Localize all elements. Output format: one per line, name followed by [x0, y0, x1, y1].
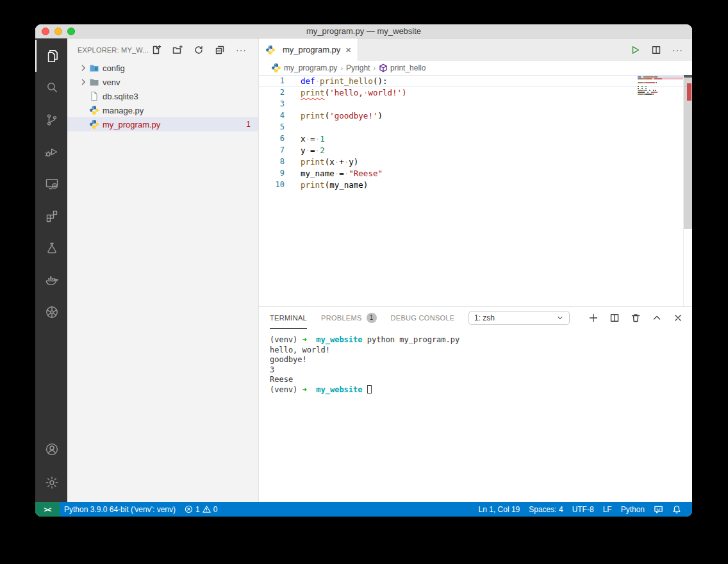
breadcrumb-item-my-program-py[interactable]: my_program.py	[271, 63, 337, 73]
code-text: print('hello,·world!')	[285, 88, 407, 97]
tree-item-label: venv	[103, 78, 251, 87]
activity-item-run-and-debug[interactable]	[35, 136, 67, 168]
editor-scrollbar[interactable]	[683, 75, 692, 306]
titlebar[interactable]: my_program.py — my_website	[35, 24, 692, 38]
editor-area: my_program.py × ··· my_program.py›Pyrigh…	[258, 38, 692, 502]
activity-item-kubernetes[interactable]	[35, 296, 67, 328]
code-text: def·print_hello():	[285, 76, 387, 86]
collapse-all-button[interactable]	[215, 45, 225, 55]
tree-item-manage-py[interactable]: manage.py	[67, 103, 258, 117]
status-cursor-position-label: Ln 1, Col 19	[479, 505, 520, 514]
remote-indicator[interactable]: ><	[35, 502, 60, 517]
status-eol-label: LF	[603, 505, 612, 514]
panel-tabs: TERMINALPROBLEMS1DEBUG CONSOLE	[270, 307, 454, 329]
activity-item-search[interactable]	[35, 72, 67, 104]
activity-item-source-control[interactable]	[35, 104, 67, 136]
activity-item-accounts[interactable]	[35, 433, 67, 466]
terminal-shell-select[interactable]: 1: zsh	[468, 311, 570, 325]
code-text: print(my_name)	[285, 180, 368, 190]
error-icon	[185, 505, 193, 513]
breadcrumb-label: Pyright	[346, 63, 370, 72]
activity-item-settings[interactable]	[35, 466, 67, 499]
tree-item-config[interactable]: config	[67, 61, 258, 75]
activity-bar	[35, 38, 67, 502]
explorer-header: EXPLORER: MY_W... ···	[67, 38, 258, 61]
new-folder-button[interactable]	[172, 45, 183, 55]
tree-item-my-program-py[interactable]: my_program.py1	[67, 117, 258, 131]
python-icon	[89, 119, 99, 129]
refresh-button[interactable]	[194, 45, 204, 55]
remote-explorer-icon	[44, 176, 60, 192]
split-terminal-button[interactable]	[609, 313, 620, 323]
new-file-button[interactable]	[151, 45, 161, 55]
python-icon	[271, 63, 281, 73]
explorer-sidebar: EXPLORER: MY_W... ··· configvenvdb.sqlit…	[67, 38, 258, 502]
line-number: 9	[259, 169, 285, 178]
problems-item[interactable]: 10	[180, 502, 222, 517]
minimap[interactable]	[638, 75, 683, 95]
status-encoding-label: UTF-8	[572, 505, 594, 514]
status-encoding[interactable]: UTF-8	[568, 502, 599, 517]
run-button[interactable]	[630, 45, 640, 55]
terminal-content[interactable]: (venv) ➜ my_website python my_program.py…	[259, 329, 692, 502]
tree-item-db-sqlite3[interactable]: db.sqlite3	[67, 89, 258, 103]
code-line-2: 2print('hello,·world!')	[259, 87, 692, 98]
new-terminal-button[interactable]	[588, 313, 599, 323]
run-and-debug-icon	[44, 144, 60, 160]
line-number: 2	[259, 88, 285, 97]
editor-actions: ···	[630, 38, 692, 61]
minimize-window-button[interactable]	[54, 28, 62, 35]
python-interpreter-item[interactable]: Python 3.9.0 64-bit ('venv': venv)	[60, 502, 180, 517]
tree-item-label: my_program.py	[103, 120, 246, 129]
tree-item-venv[interactable]: venv	[67, 75, 258, 89]
activity-item-testing[interactable]	[35, 232, 67, 264]
breadcrumb-separator: ›	[340, 64, 343, 72]
activity-item-remote-explorer[interactable]	[35, 168, 67, 200]
zoom-window-button[interactable]	[67, 28, 75, 35]
panel-tab-problems[interactable]: PROBLEMS1	[321, 307, 377, 329]
code-line-7: 7y·=·2	[259, 144, 692, 156]
split-editor-button[interactable]	[651, 45, 661, 55]
explorer-actions: ···	[151, 45, 248, 55]
error-count: 1	[195, 505, 200, 514]
line-number: 8	[259, 157, 285, 166]
status-bell-button[interactable]	[668, 502, 686, 517]
close-panel-button[interactable]	[673, 313, 683, 323]
more-button[interactable]: ···	[672, 47, 683, 53]
code-line-4: 4print('goodbye!')	[259, 110, 692, 121]
breadcrumb-item-Pyright[interactable]: Pyright	[346, 63, 370, 72]
status-language-mode-label: Python	[621, 505, 645, 514]
line-number: 5	[259, 122, 285, 131]
status-bar-right: Ln 1, Col 19Spaces: 4UTF-8LFPython	[474, 502, 692, 517]
close-window-button[interactable]	[42, 28, 49, 35]
minimap-line	[638, 93, 683, 95]
status-language-mode[interactable]: Python	[616, 502, 649, 517]
code-editor[interactable]: 1def·print_hello():2print('hello,·world!…	[259, 75, 692, 306]
status-cursor-position[interactable]: Ln 1, Col 19	[474, 502, 525, 517]
panel-tab-terminal[interactable]: TERMINAL	[270, 307, 307, 329]
activity-item-extensions[interactable]	[35, 200, 67, 232]
source-control-icon	[44, 112, 60, 128]
maximize-panel-button[interactable]	[652, 313, 662, 323]
status-indentation[interactable]: Spaces: 4	[524, 502, 567, 517]
close-tab-icon[interactable]: ×	[345, 45, 351, 54]
code-text: print(x·+·y)	[285, 157, 358, 167]
line-number: 4	[259, 111, 285, 120]
kill-terminal-button[interactable]	[631, 313, 641, 323]
status-indentation-label: Spaces: 4	[529, 505, 563, 514]
overview-error-marker	[687, 83, 691, 101]
panel-tab-debug-console[interactable]: DEBUG CONSOLE	[391, 307, 455, 329]
status-feedback-button[interactable]	[649, 502, 668, 517]
activity-item-explorer[interactable]	[35, 40, 67, 72]
panel-actions: 1: zsh	[468, 311, 683, 325]
tab-label: my_program.py	[283, 45, 340, 54]
breadcrumb-item-print-hello[interactable]: print_hello	[379, 63, 426, 72]
tab-my-program-py[interactable]: my_program.py ×	[259, 38, 358, 61]
accounts-icon	[44, 442, 60, 457]
activity-item-docker[interactable]	[35, 264, 67, 296]
python-icon	[89, 105, 99, 115]
more-button[interactable]: ···	[236, 47, 247, 53]
chevron-right-icon	[79, 63, 89, 72]
status-eol[interactable]: LF	[599, 502, 616, 517]
settings-icon	[44, 475, 60, 490]
